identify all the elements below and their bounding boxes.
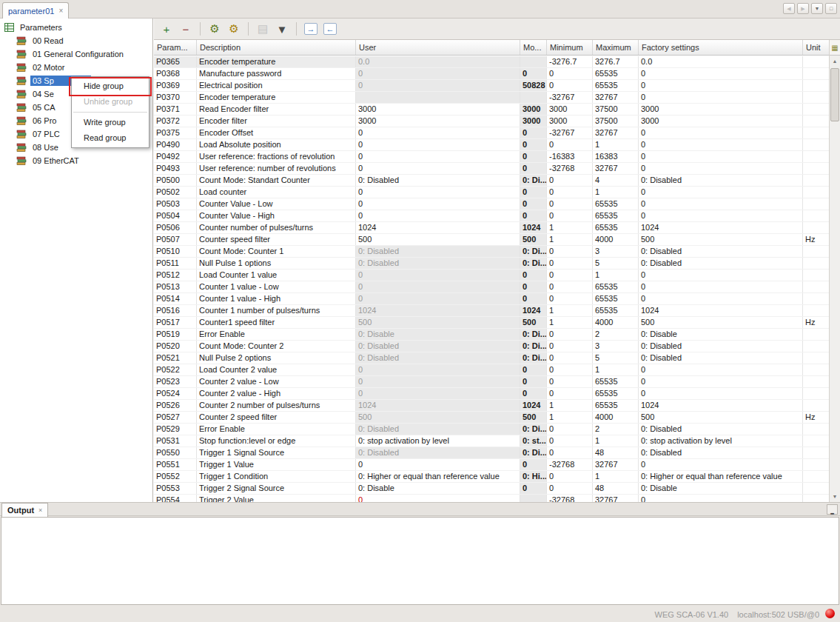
table-row[interactable]: P0527Counter 2 speed filter5005001400050… [154,412,829,424]
user-value-cell[interactable]: 0: Disabled [356,352,520,364]
tab-close-icon[interactable]: × [58,7,63,15]
menu-item-hide-group[interactable]: Hide group [72,78,149,94]
tree-item-02-motor[interactable]: 02 Motor [0,61,152,74]
table-row[interactable]: P0507Counter speed filter50050014000500H… [154,234,829,246]
tree-root-parameters[interactable]: Parameters [0,21,152,34]
table-row[interactable]: P0490Load Absolute position00010 [154,139,829,151]
user-value-cell[interactable]: 0 [356,68,520,79]
user-value-cell[interactable]: 0 [356,210,520,221]
user-value-cell[interactable]: 500 [356,317,520,328]
remove-parameter-icon[interactable]: − [178,21,194,37]
table-row[interactable]: P0524Counter 2 value - High000655350 [154,388,829,400]
user-value-cell[interactable]: 0: Disabled [356,447,520,458]
user-value-cell[interactable]: 0 [356,495,520,502]
scrollbar-thumb[interactable] [830,68,839,121]
column-header-minimum[interactable]: Minimum [547,40,593,55]
column-header-description[interactable]: Description [197,40,356,55]
table-row[interactable]: P0521Null Pulse 2 options0: Disabled0: D… [154,352,829,364]
table-row[interactable]: P0552Trigger 1 Condition0: Higher or equ… [154,471,829,483]
table-row[interactable]: P0375Encoder Offset00-32767327670 [154,127,829,139]
import-table-icon[interactable]: ← [323,23,337,35]
user-value-cell[interactable]: 3000 [356,116,520,127]
read-parameters-gear-icon[interactable]: ⚙ [206,21,223,37]
table-row[interactable]: P0371Read Encoder filter3000300030003750… [154,104,829,116]
output-close-icon[interactable]: × [38,506,42,514]
user-value-cell[interactable]: 0 [356,198,520,210]
table-row[interactable]: P0372Encoder filter300030003000375003000 [154,116,829,127]
table-row[interactable]: P0516Counter 1 number of pulses/turns102… [154,305,829,317]
table-row[interactable]: P0512Load Counter 1 value00010 [154,270,829,281]
table-row[interactable]: P0531Stop function:level or edge0: stop … [154,435,829,447]
scrollbar-up-icon[interactable]: ▲ [830,56,840,67]
user-value-cell[interactable]: 3000 [356,104,520,115]
table-row[interactable]: P0514Counter 1 value - High000655350 [154,293,829,305]
user-value-cell[interactable]: 0: Disable [356,483,520,494]
column-header-user[interactable]: User [356,40,520,55]
table-row[interactable]: P0553Trigger 2 Signal Source0: Disable00… [154,483,829,495]
tree-item-09-ethercat[interactable]: 09 EtherCAT [0,154,152,167]
user-value-cell[interactable]: 0 [356,163,520,174]
scrollbar-down-icon[interactable]: ▼ [830,492,840,502]
table-row[interactable]: P0513Counter 1 value - Low000655350 [154,281,829,293]
user-value-cell[interactable]: 0 [356,376,520,387]
table-row[interactable]: P0504Counter Value - High000655350 [154,210,829,222]
maximize-window-icon[interactable]: □ [825,3,837,14]
table-row[interactable]: P0370Encoder temperature-32767327670 [154,92,829,104]
write-parameters-gear-icon[interactable]: ⚙ [226,21,242,37]
table-row[interactable]: P0526Counter 2 number of pulses/turns102… [154,400,829,412]
minimize-output-icon[interactable]: ▂ [827,504,838,515]
table-row[interactable]: P0500Count Mode: Standart Counter0: Disa… [154,175,829,187]
table-row[interactable]: P0522Load Counter 2 value00010 [154,364,829,376]
user-value-cell[interactable]: 0 [356,293,520,304]
table-row[interactable]: P0551Trigger 1 Value00-32768327670 [154,459,829,471]
user-value-cell[interactable]: 0 [356,364,520,375]
table-row[interactable]: P0519Error Enable0: Disable0: Di...020: … [154,329,829,341]
table-row[interactable]: P0369Electrical position0508280655350 [154,80,829,92]
table-row[interactable]: P0510Count Mode: Counter 10: Disabled0: … [154,246,829,258]
table-row[interactable]: P0502Load counter00010 [154,187,829,198]
menu-item-write-group[interactable]: Write group [72,115,149,130]
table-row[interactable]: P0503Counter Value - Low000655350 [154,198,829,210]
edit-parameter-icon[interactable]: ▤ [255,21,271,37]
add-parameter-icon[interactable]: + [158,21,175,37]
user-value-cell[interactable] [356,92,520,103]
column-header-factory-settings[interactable]: Factory settings [639,40,803,55]
user-value-cell[interactable]: 0: Disabled [356,258,520,269]
user-value-cell[interactable]: 0 [356,80,520,91]
table-row[interactable]: P0368Manufacture password000655350 [154,68,829,80]
user-value-cell[interactable]: 0 [356,139,520,150]
user-value-cell[interactable]: 1024 [356,305,520,316]
filter-icon[interactable]: ▼ [274,21,290,37]
table-row[interactable]: P0506Counter number of pulses/turns10241… [154,222,829,234]
table-row[interactable]: P0492User reference: fractions of revolu… [154,151,829,163]
table-row[interactable]: P0550Trigger 1 Signal Source0: Disabled0… [154,447,829,459]
table-row[interactable]: P0554Trigger 2 Value0-32768327670 [154,495,829,502]
tree-item-00-read[interactable]: 00 Read [0,34,152,47]
user-value-cell[interactable]: 0: Disabled [356,175,520,186]
tab-output[interactable]: Output × [1,503,48,517]
column-header-param[interactable]: Param... [154,40,197,55]
user-value-cell[interactable]: 0: Disabled [356,424,520,435]
user-value-cell[interactable]: 0 [356,281,520,292]
table-row[interactable]: P0529Error Enable0: Disabled0: Di...020:… [154,424,829,435]
vertical-scrollbar[interactable]: ▦ ▲ ▼ [829,40,840,502]
tab-parameter01[interactable]: parameter01 × [2,2,69,19]
table-row[interactable]: P0523Counter 2 value - Low000655350 [154,376,829,388]
table-row[interactable]: P0365Encoder temperature0.0-3276.73276.7… [154,56,829,68]
column-header-mo[interactable]: Mo... [520,40,547,55]
export-table-icon[interactable]: → [304,23,317,35]
column-header-maximum[interactable]: Maximum [593,40,639,55]
column-selector-icon[interactable]: ▦ [830,40,840,56]
user-value-cell[interactable]: 1024 [356,400,520,411]
user-value-cell[interactable]: 0 [356,270,520,281]
user-value-cell[interactable]: 0: Disable [356,329,520,340]
user-value-cell[interactable]: 500 [356,412,520,423]
table-row[interactable]: P0511Null Pulse 1 options0: Disabled0: D… [154,258,829,270]
tab-list-dropdown-icon[interactable]: ▼ [811,3,823,14]
tree-item-01-general-configuration[interactable]: 01 General Configuration [0,47,152,61]
table-row[interactable]: P0520Count Mode: Counter 20: Disabled0: … [154,341,829,352]
user-value-cell[interactable]: 0 [356,151,520,162]
user-value-cell[interactable]: 1024 [356,222,520,233]
user-value-cell[interactable]: 0 [356,388,520,399]
table-row[interactable]: P0493User reference: number of revolutio… [154,163,829,175]
